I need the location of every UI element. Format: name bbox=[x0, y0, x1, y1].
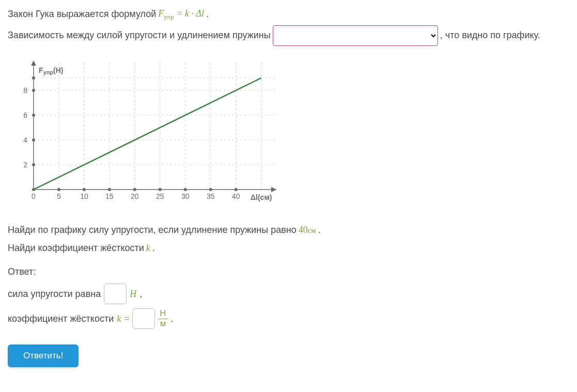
answer-row-2: коэффициент жёсткости k = Н м . bbox=[8, 308, 569, 329]
svg-point-42 bbox=[32, 89, 35, 92]
svg-text:10: 10 bbox=[80, 192, 88, 200]
ans2-text: коэффициент жёсткости bbox=[8, 311, 114, 326]
intro-line: Закон Гука выражается формулой Fупр = k … bbox=[8, 6, 569, 22]
svg-text:35: 35 bbox=[207, 192, 215, 200]
ans2-end: . bbox=[171, 311, 174, 326]
dependency-text-b: , что видно по графику. bbox=[440, 28, 540, 43]
svg-point-30 bbox=[184, 188, 187, 191]
task-end-1: . bbox=[318, 223, 321, 238]
period-1: . bbox=[206, 7, 209, 22]
task-line-1: Найди по графику силу упругости, если уд… bbox=[8, 223, 569, 238]
frac-num: Н bbox=[158, 309, 167, 319]
svg-text:2: 2 bbox=[23, 161, 27, 169]
answer-label: Ответ: bbox=[8, 264, 569, 279]
ans1-end: , bbox=[139, 287, 142, 302]
answer-row-1: сила упругости равна Н, bbox=[8, 284, 569, 304]
dependency-line: Зависимость между силой упругости и удли… bbox=[8, 25, 569, 46]
svg-point-44 bbox=[32, 76, 35, 80]
svg-text:25: 25 bbox=[156, 192, 164, 200]
svg-text:20: 20 bbox=[131, 192, 139, 200]
svg-marker-17 bbox=[31, 60, 36, 66]
svg-text:15: 15 bbox=[105, 192, 114, 200]
stiffness-input[interactable] bbox=[132, 308, 155, 329]
task-k: k bbox=[146, 241, 150, 256]
ans1-unit: Н bbox=[130, 287, 136, 302]
submit-button[interactable]: Ответить! bbox=[8, 344, 79, 367]
svg-text:Δl(см): Δl(см) bbox=[251, 193, 272, 201]
task-end-2: . bbox=[152, 241, 155, 256]
svg-text:30: 30 bbox=[181, 192, 190, 200]
task-value: 40 bbox=[299, 225, 308, 235]
svg-text:0: 0 bbox=[32, 192, 36, 200]
svg-point-38 bbox=[32, 138, 35, 142]
task-text-a: Найди по графику силу упругости, если уд… bbox=[8, 223, 297, 238]
svg-text:4: 4 bbox=[23, 136, 27, 144]
svg-marker-16 bbox=[271, 187, 276, 192]
svg-text:5: 5 bbox=[57, 192, 61, 200]
svg-text:8: 8 bbox=[23, 86, 27, 95]
chart: 05101520253035402468Fупр(Н)Δl(см) bbox=[8, 55, 287, 210]
svg-point-22 bbox=[83, 188, 86, 191]
frac-den: м bbox=[159, 319, 168, 329]
task-unit: см bbox=[308, 226, 316, 234]
task-line-2: Найди коэффициент жёсткости k. bbox=[8, 241, 569, 256]
dependency-select[interactable] bbox=[273, 25, 438, 46]
svg-point-20 bbox=[57, 188, 60, 191]
svg-text:6: 6 bbox=[23, 111, 27, 119]
ans2-eq: = bbox=[124, 311, 129, 326]
svg-point-40 bbox=[32, 114, 35, 117]
ans2-k: k bbox=[117, 311, 121, 326]
svg-point-26 bbox=[133, 188, 136, 191]
unit-fraction: Н м bbox=[158, 309, 167, 328]
svg-point-34 bbox=[235, 188, 238, 191]
svg-point-28 bbox=[159, 188, 162, 191]
svg-text:Fупр(Н): Fупр(Н) bbox=[39, 66, 63, 75]
svg-point-24 bbox=[108, 188, 111, 191]
svg-point-36 bbox=[32, 163, 35, 166]
svg-point-32 bbox=[209, 188, 212, 191]
ans1-text: сила упругости равна bbox=[8, 287, 101, 302]
task-text-b: Найди коэффициент жёсткости bbox=[8, 241, 144, 256]
force-input[interactable] bbox=[104, 284, 127, 304]
formula-hooke: Fупр = k · Δl bbox=[158, 6, 204, 22]
svg-text:40: 40 bbox=[232, 192, 240, 200]
dependency-text-a: Зависимость между силой упругости и удли… bbox=[8, 28, 271, 43]
intro-text: Закон Гука выражается формулой bbox=[8, 7, 156, 22]
